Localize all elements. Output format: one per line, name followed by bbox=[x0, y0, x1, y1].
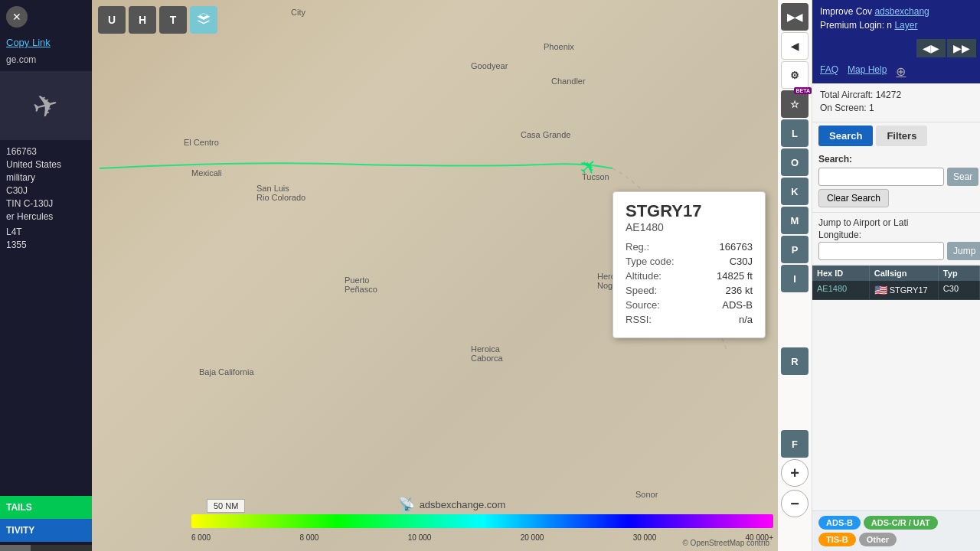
search-input[interactable] bbox=[818, 168, 944, 186]
copy-link[interactable]: Copy Link bbox=[0, 31, 92, 54]
map-controls: ▶◀ ◀ ⚙ ☆ BETA L O K M P I R F + − bbox=[778, 0, 812, 551]
map-ctrl-k[interactable]: K bbox=[781, 178, 808, 205]
filters-button[interactable]: Filters bbox=[876, 126, 927, 146]
city-label: City bbox=[291, 8, 305, 17]
jump-button[interactable]: Jump bbox=[947, 242, 980, 260]
on-screen: On Screen: 1 bbox=[820, 103, 972, 113]
city-label: Heroica Caborca bbox=[471, 344, 503, 363]
city-label: El Centro bbox=[184, 138, 219, 147]
city-label: Phoenix bbox=[544, 42, 574, 51]
map-collapse-left[interactable]: ◀ bbox=[781, 32, 808, 60]
popup-altitude-value: 14825 ft bbox=[717, 270, 753, 282]
map-btn-t[interactable]: T bbox=[159, 6, 187, 34]
popup-rssi-label: RSSI: bbox=[626, 314, 652, 325]
zoom-in-button[interactable]: + bbox=[781, 459, 808, 487]
map-btn-layers[interactable] bbox=[190, 6, 217, 34]
extra-link: ⊕ bbox=[896, 64, 906, 79]
faq-link[interactable]: FAQ bbox=[820, 64, 838, 79]
popup-hex: AE1480 bbox=[626, 221, 753, 233]
nav-arrow-left[interactable]: ◀▶ bbox=[916, 39, 946, 57]
nav-arrow-collapse[interactable]: ▶▶ bbox=[947, 39, 976, 57]
aircraft-silhouette-icon: ✈ bbox=[29, 85, 64, 126]
city-label: Casa Grande bbox=[521, 130, 570, 139]
popup-reg-value: 166763 bbox=[720, 241, 753, 253]
improve-cov-text: Improve Cov adsbexchang bbox=[820, 6, 972, 17]
popup-type-value: C30J bbox=[730, 256, 753, 267]
scale-8k: 8 000 bbox=[299, 533, 318, 542]
popup-rssi-row: RSSI: n/a bbox=[626, 314, 753, 325]
close-button[interactable]: ✕ bbox=[6, 6, 28, 28]
search-go-button[interactable]: Sear bbox=[947, 168, 978, 186]
aircraft-info-popup: STGRY17 AE1480 Reg.: 166763 Type code: C… bbox=[612, 191, 766, 338]
jump-input[interactable] bbox=[818, 242, 944, 260]
tab-details[interactable]: TAILS bbox=[0, 496, 92, 519]
city-label: Sonor bbox=[635, 490, 658, 499]
popup-reg-label: Reg.: bbox=[626, 241, 649, 253]
squawk-value: 1355 bbox=[6, 240, 27, 250]
pill-adsb[interactable]: ADS-B bbox=[818, 516, 861, 530]
adsbexchange-link[interactable]: adsbexchang bbox=[874, 6, 929, 17]
city-label: Baja California bbox=[199, 367, 254, 377]
popup-source-label: Source: bbox=[626, 299, 660, 311]
jump-section: Jump to Airport or Lati Longitude: Jump bbox=[812, 213, 980, 266]
type-code-value: C30J bbox=[6, 185, 28, 196]
scroll-handle[interactable] bbox=[0, 545, 31, 551]
pill-other[interactable]: Other bbox=[859, 533, 897, 546]
layer-link[interactable]: Layer bbox=[894, 20, 917, 31]
pill-tisb[interactable]: TIS-B bbox=[818, 533, 856, 546]
zoom-out-button[interactable]: − bbox=[781, 490, 808, 517]
category-value: military bbox=[6, 172, 35, 183]
map-ctrl-l[interactable]: L bbox=[781, 119, 808, 147]
map-btn-u[interactable]: U bbox=[98, 6, 126, 34]
map-help-link[interactable]: Map Help bbox=[848, 64, 887, 79]
right-nav-arrows: ◀▶ ▶▶ bbox=[812, 37, 980, 60]
popup-type-label: Type code: bbox=[626, 256, 675, 267]
map-btn-h[interactable]: H bbox=[129, 6, 156, 34]
map-ctrl-p[interactable]: P bbox=[781, 236, 808, 263]
search-section: Search: Sear Clear Search bbox=[812, 149, 980, 213]
td-callsign-text: STGRY17 bbox=[890, 285, 928, 295]
popup-reg-row: Reg.: 166763 bbox=[626, 241, 753, 253]
th-callsign: Callsign bbox=[870, 266, 939, 281]
nm-display: 50 NM bbox=[207, 499, 245, 513]
search-button[interactable]: Search bbox=[818, 126, 873, 146]
map-ctrl-m[interactable]: M bbox=[781, 207, 808, 234]
scale-10k: 10 000 bbox=[408, 533, 432, 542]
map-ctrl-i[interactable]: I bbox=[781, 265, 808, 292]
left-panel: ✕ Copy Link ge.com ✈ 166763 United State… bbox=[0, 0, 92, 551]
pill-adsc[interactable]: ADS-C/R / UAT bbox=[864, 516, 938, 530]
map-ctrl-r[interactable]: R bbox=[781, 347, 808, 375]
beta-badge: BETA bbox=[794, 87, 812, 94]
popup-source-row: Source: ADS-B bbox=[626, 299, 753, 311]
map-nav-right[interactable]: ▶◀ bbox=[781, 3, 808, 31]
popup-type-row: Type code: C30J bbox=[626, 256, 753, 267]
aircraft-table: Hex ID Callsign Typ AE1480 🇺🇸 STGRY17 C3… bbox=[812, 266, 980, 510]
nm-value: 50 NM bbox=[214, 501, 238, 510]
clear-search-button[interactable]: Clear Search bbox=[818, 189, 889, 207]
type-name-value: TIN C-130J bbox=[6, 198, 53, 209]
table-header-row: Hex ID Callsign Typ bbox=[812, 266, 980, 281]
aircraft-details: 166763 United States military C30J TIN C… bbox=[0, 140, 92, 259]
search-filter-buttons: Search Filters bbox=[812, 122, 980, 149]
total-aircraft: Total Aircraft: 14272 bbox=[820, 90, 972, 100]
country-value: United States bbox=[6, 159, 61, 170]
map-ctrl-f[interactable]: F bbox=[781, 430, 808, 458]
aircraft-image: ✈ bbox=[0, 71, 92, 140]
scale-6k: 6 000 bbox=[191, 533, 211, 542]
scroll-bar bbox=[0, 545, 92, 551]
map-ctrl-o[interactable]: O bbox=[781, 148, 808, 176]
th-type: Typ bbox=[939, 266, 980, 281]
td-flag: 🇺🇸 bbox=[874, 284, 887, 296]
search-label: Search: bbox=[818, 154, 974, 165]
improve-cov-label: Improve Cov bbox=[820, 6, 872, 17]
map-settings[interactable]: ⚙ bbox=[781, 61, 808, 89]
map-top-buttons: U H T bbox=[98, 6, 217, 34]
map-area[interactable]: PhoenixGoodyearChandlerCasa GrandeTucson… bbox=[92, 0, 812, 551]
table-row[interactable]: AE1480 🇺🇸 STGRY17 C30 bbox=[812, 281, 980, 300]
tab-activity[interactable]: TIVITY bbox=[0, 519, 92, 542]
td-hex: AE1480 bbox=[812, 281, 870, 299]
popup-speed-label: Speed: bbox=[626, 285, 657, 296]
watermark-text: adsbexchange.com bbox=[420, 499, 506, 510]
map-beta-button[interactable]: ☆ BETA bbox=[781, 90, 808, 118]
copyright-text: © OpenStreetMap contrib bbox=[682, 539, 769, 547]
